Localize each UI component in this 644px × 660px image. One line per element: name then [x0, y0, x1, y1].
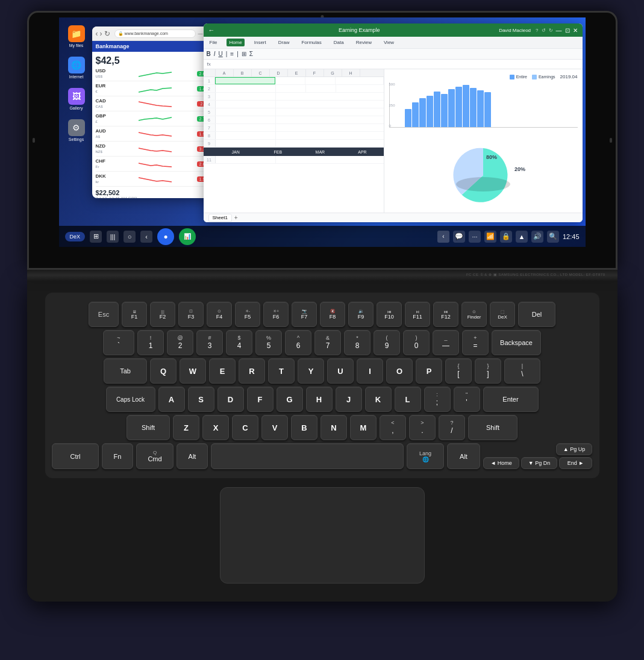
key-equals[interactable]: + =: [462, 330, 489, 355]
key-d[interactable]: D: [217, 387, 244, 412]
sheet1-tab[interactable]: Sheet1: [208, 214, 232, 222]
key-lbracket[interactable]: { [: [445, 358, 472, 384]
key-quote[interactable]: " ': [454, 387, 480, 412]
key-dex[interactable]: ⬚ DeX: [490, 302, 515, 327]
key-a[interactable]: A: [158, 387, 185, 412]
key-space[interactable]: [211, 443, 404, 469]
key-2[interactable]: @ 2: [167, 330, 193, 355]
sidebar-item-gallery[interactable]: 🖼 Gallery: [64, 86, 89, 111]
key-f8[interactable]: 🔇 F8: [320, 302, 345, 327]
key-fn[interactable]: Fn: [102, 443, 133, 469]
sum-btn[interactable]: Σ: [249, 51, 253, 57]
taskbar-split-icon[interactable]: |||: [107, 231, 119, 243]
key-p[interactable]: P: [416, 358, 442, 384]
key-f6[interactable]: ☀+ F6: [263, 302, 289, 327]
key-backspace[interactable]: Backspace: [492, 330, 541, 355]
format-btn[interactable]: ⊞: [242, 51, 246, 57]
key-v[interactable]: V: [261, 415, 288, 440]
excel-redo[interactable]: ↻: [549, 28, 553, 33]
cell-a11[interactable]: [216, 156, 276, 163]
bold-btn[interactable]: B: [207, 51, 211, 57]
tab-review[interactable]: Review: [354, 39, 374, 46]
cell-a4[interactable]: [216, 101, 276, 108]
key-0[interactable]: ) 0: [403, 330, 430, 355]
key-period[interactable]: > .: [409, 415, 436, 440]
cell-a2[interactable]: [216, 85, 276, 92]
key-del[interactable]: Del: [518, 302, 555, 327]
key-m[interactable]: M: [350, 415, 377, 440]
key-9[interactable]: ( 9: [374, 330, 400, 355]
cell-c2[interactable]: [306, 85, 336, 92]
taskbar-app-green[interactable]: 📊: [179, 228, 196, 245]
key-shift-left[interactable]: Shift: [127, 415, 170, 440]
excel-help[interactable]: ?: [536, 28, 538, 33]
key-end[interactable]: End ►: [559, 457, 592, 469]
taskbar-volume-icon[interactable]: 🔊: [531, 231, 543, 243]
key-slash[interactable]: ? /: [439, 415, 465, 440]
key-cmd[interactable]: Q Cmd: [136, 443, 174, 469]
key-b[interactable]: B: [291, 415, 317, 440]
key-home[interactable]: ◄ Home: [483, 457, 519, 469]
key-pgup[interactable]: ▲ Pg Up: [556, 443, 592, 455]
tab-home[interactable]: Home: [227, 39, 244, 46]
address-bar[interactable]: 🔒 www.bankmanage.com: [114, 30, 196, 38]
cell-b2[interactable]: [276, 85, 306, 92]
key-i[interactable]: I: [357, 358, 383, 384]
key-ctrl[interactable]: Ctrl: [52, 443, 99, 469]
taskbar-back-icon[interactable]: ‹: [140, 231, 152, 243]
key-tab[interactable]: Tab: [104, 358, 147, 384]
cell-a5[interactable]: [216, 108, 276, 116]
key-y[interactable]: Y: [298, 358, 324, 384]
italic-btn[interactable]: I: [214, 51, 216, 57]
key-comma[interactable]: < ,: [380, 415, 406, 440]
cell-c1[interactable]: [305, 77, 336, 84]
tab-file[interactable]: File: [207, 39, 220, 46]
key-tilde[interactable]: ~ `: [103, 330, 134, 355]
key-n[interactable]: N: [320, 415, 347, 440]
taskbar-search-icon[interactable]: 🔍: [547, 231, 559, 243]
key-k[interactable]: K: [365, 387, 392, 412]
key-u[interactable]: U: [327, 358, 354, 384]
tab-insert[interactable]: Insert: [252, 39, 269, 46]
key-c[interactable]: C: [232, 415, 258, 440]
key-j[interactable]: J: [336, 387, 362, 412]
key-q[interactable]: Q: [150, 358, 177, 384]
key-4[interactable]: $ 4: [226, 330, 252, 355]
tab-formulas[interactable]: Formulas: [299, 39, 324, 46]
key-f1[interactable]: 🖥 F1: [122, 302, 147, 327]
key-h[interactable]: H: [306, 387, 333, 412]
cell-a9[interactable]: [216, 140, 276, 147]
cell-a6[interactable]: [216, 116, 276, 123]
taskbar-wifi-icon[interactable]: 📶: [484, 231, 496, 243]
key-caps-lock[interactable]: Caps Lock: [106, 387, 155, 412]
key-l[interactable]: L: [395, 387, 421, 412]
back-button[interactable]: ‹: [96, 30, 98, 38]
touchpad[interactable]: [220, 487, 425, 584]
key-g[interactable]: G: [277, 387, 303, 412]
key-semicolon[interactable]: : ;: [424, 387, 451, 412]
key-alt-right[interactable]: Alt: [447, 443, 480, 469]
key-7[interactable]: & 7: [314, 330, 341, 355]
key-pgdn[interactable]: ▼ Pg Dn: [521, 457, 557, 469]
key-shift-right[interactable]: Shift: [468, 415, 517, 440]
key-backslash[interactable]: | \: [504, 358, 540, 384]
key-e[interactable]: E: [209, 358, 236, 384]
tab-view[interactable]: View: [381, 39, 396, 46]
key-f2[interactable]: ||| F2: [150, 302, 175, 327]
dex-button[interactable]: DeX: [65, 232, 86, 241]
taskbar-collapse-btn[interactable]: ‹: [437, 231, 449, 243]
side-button[interactable]: [616, 61, 617, 79]
excel-close[interactable]: ✕: [573, 27, 578, 34]
key-8[interactable]: * 8: [344, 330, 370, 355]
tab-draw[interactable]: Draw: [276, 39, 292, 46]
key-f5[interactable]: ☀- F5: [235, 302, 260, 327]
sidebar-item-internet[interactable]: 🌐 Internet: [64, 55, 89, 80]
key-f[interactable]: F: [247, 387, 274, 412]
minimize-btn[interactable]: —: [198, 31, 203, 36]
key-rbracket[interactable]: } ]: [475, 358, 501, 384]
key-esc[interactable]: Esc: [89, 302, 119, 327]
key-enter[interactable]: Enter: [483, 387, 539, 412]
taskbar-chat-icon[interactable]: 💬: [453, 231, 465, 243]
excel-undo[interactable]: ↺: [542, 28, 546, 33]
refresh-button[interactable]: ↻: [104, 30, 110, 38]
